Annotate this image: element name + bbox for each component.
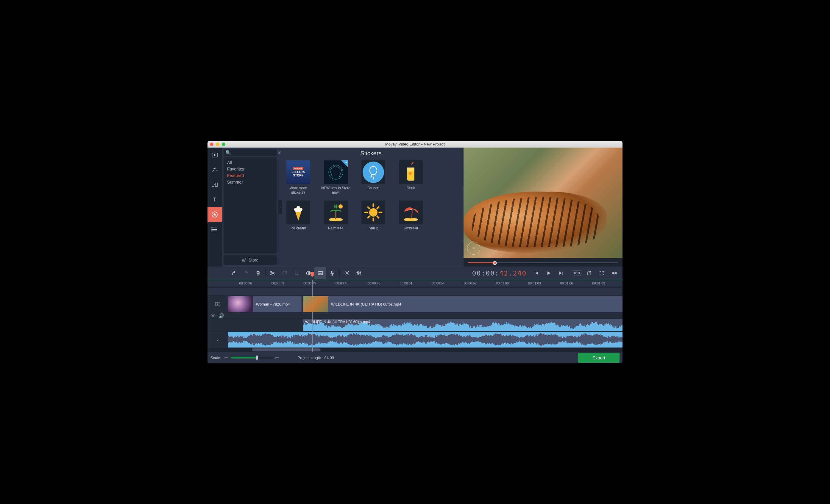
sticker-thumb[interactable] (324, 201, 348, 224)
sticker-item[interactable]: Ice cream (283, 201, 314, 231)
ruler-tick-label: 00:00:51 (400, 281, 413, 285)
panel-title: Stickers (283, 150, 459, 157)
svg-point-27 (346, 272, 348, 274)
sticker-item[interactable]: NEW sets in Store now! (321, 160, 351, 195)
collapse-panel-button[interactable]: ‹ (278, 200, 282, 214)
sticker-thumb[interactable] (399, 201, 423, 224)
timeline: 00:00:3600:00:3900:00:4200:00:4500:00:48… (208, 280, 622, 352)
sticker-thumb[interactable] (286, 201, 310, 224)
tab-more[interactable] (208, 222, 222, 237)
clear-search-icon[interactable]: ✕ (277, 150, 281, 156)
prev-frame-button[interactable] (530, 267, 542, 279)
zoom-in-icon[interactable]: ▭ (275, 355, 280, 361)
tab-import[interactable] (208, 147, 222, 163)
favorite-icon: ★ (304, 297, 306, 300)
video-track-icon (215, 302, 220, 306)
scale-slider[interactable] (231, 357, 273, 359)
ruler-tick-label: 00:00:36 (240, 281, 252, 285)
audio-mixer-button[interactable] (353, 267, 365, 279)
eye-icon[interactable]: 👁 (211, 313, 216, 318)
video-clip[interactable]: ★ WILDLIFE IN 4K (ULTRA HD) 60fps.mp4 (303, 296, 622, 312)
video-track[interactable]: Woman - 7826.mp4 ★ WILDLIFE IN 4K (ULTRA… (228, 296, 622, 313)
music-track[interactable] (228, 331, 622, 348)
sticker-item[interactable]: Sun 2 (358, 201, 388, 231)
tab-transitions[interactable] (208, 177, 222, 192)
category-item[interactable]: Favorites (224, 166, 277, 172)
svg-point-6 (212, 231, 212, 231)
sticker-thumb[interactable] (361, 201, 385, 224)
audio-clip[interactable]: WILDLIFE IN 4K (ULTRA HD) 60fps.mp4 (303, 319, 622, 331)
scale-thumb[interactable] (256, 356, 258, 360)
store-button[interactable]: 🛒 Store (224, 255, 277, 265)
category-item-selected[interactable]: Featured (224, 172, 277, 179)
split-button[interactable] (267, 267, 279, 279)
project-length: Project length: 04:09 (297, 356, 334, 360)
svg-point-18 (339, 204, 343, 208)
play-button[interactable] (543, 267, 554, 279)
sticker-thumb[interactable]: MOVAVIEFFECTSSTORE (286, 160, 310, 184)
settings-button[interactable] (341, 267, 353, 279)
ruler-tick-label: 00:00:57 (464, 281, 477, 285)
sticker-label: Want more stickers? (283, 186, 314, 195)
video-track-head[interactable] (208, 296, 228, 313)
export-button[interactable]: Export (578, 353, 619, 363)
sticker-label: Sun 2 (358, 226, 388, 231)
svg-rect-28 (357, 272, 357, 273)
redo-button[interactable] (240, 267, 252, 279)
sticker-item[interactable]: Umbrella (396, 201, 426, 231)
crop-button[interactable] (291, 267, 302, 279)
sticker-label: Umbrella (396, 226, 426, 231)
category-list: All Favorites Featured Summer (224, 157, 277, 254)
aspect-ratio-button[interactable]: 16:9 (571, 267, 583, 279)
stickers-panel: Stickers MOVAVIEFFECTSSTOREWant more sti… (278, 147, 464, 267)
sticker-item[interactable]: Palm tree (321, 201, 351, 231)
search-input[interactable] (232, 150, 277, 155)
music-track-head[interactable]: ♪ (208, 331, 228, 348)
ruler-tick-label: 00:01:03 (528, 281, 541, 285)
titlebar: Movavi Video Editor – New Project (208, 141, 622, 147)
timeline-ruler[interactable]: 00:00:3600:00:3900:00:4200:00:4500:00:48… (208, 280, 622, 288)
ruler-tick-label: 00:01:09 (592, 281, 605, 285)
undo-button[interactable] (228, 267, 240, 279)
category-item[interactable]: Summer (224, 179, 277, 186)
tab-filters[interactable] (208, 163, 222, 177)
zoom-out-icon[interactable]: ▭ (224, 355, 229, 361)
seek-slider[interactable] (468, 262, 618, 263)
sticker-label: Drink (396, 186, 426, 191)
app-window: Movavi Video Editor – New Project 🔍 ✕ Al… (208, 141, 622, 363)
fullscreen-button[interactable] (596, 267, 608, 279)
volume-button[interactable] (608, 267, 620, 279)
sticker-thumb[interactable] (399, 160, 423, 184)
sticker-thumb[interactable] (324, 160, 348, 184)
video-clip[interactable]: Woman - 7826.mp4 (228, 296, 301, 312)
detach-preview-button[interactable] (583, 267, 595, 279)
linked-audio-track[interactable]: WILDLIFE IN 4K (ULTRA HD) 60fps.mp4 (228, 319, 622, 331)
svg-point-13 (409, 172, 412, 175)
delete-button[interactable] (252, 267, 264, 279)
audio-clip[interactable] (228, 332, 622, 347)
timeline-h-scrollbar[interactable] (208, 348, 622, 352)
clip-properties-button[interactable] (314, 267, 326, 279)
music-note-icon: ♪ (217, 337, 219, 342)
sticker-item[interactable]: MOVAVIEFFECTSSTOREWant more stickers? (283, 160, 314, 195)
next-frame-button[interactable] (555, 267, 567, 279)
category-search[interactable]: 🔍 ✕ (224, 149, 277, 156)
record-audio-button[interactable] (326, 267, 338, 279)
category-item[interactable]: All (224, 159, 277, 166)
preview-video[interactable]: ✕ (464, 147, 622, 258)
seek-thumb[interactable] (493, 261, 497, 265)
svg-point-4 (212, 228, 212, 228)
tab-stickers[interactable] (208, 207, 222, 222)
svg-rect-29 (358, 273, 359, 274)
sticker-item[interactable]: Balloon (358, 160, 388, 195)
tab-titles[interactable] (208, 192, 222, 207)
playhead[interactable] (312, 280, 313, 352)
speaker-icon[interactable]: 🔊 (219, 313, 224, 318)
svg-rect-12 (407, 168, 414, 171)
sticker-item[interactable]: Drink (396, 160, 426, 195)
rotate-button[interactable] (279, 267, 291, 279)
scale-label: Scale: (211, 356, 221, 360)
sticker-thumb[interactable] (361, 160, 385, 184)
scrollbar-thumb[interactable] (252, 348, 321, 351)
bottom-bar: Scale: ▭ ▭ Project length: 04:09 Export (208, 352, 622, 363)
